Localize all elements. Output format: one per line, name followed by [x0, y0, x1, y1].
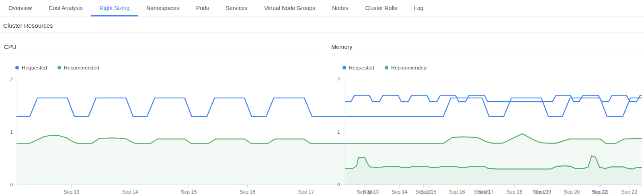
legend-dot-recommended	[385, 66, 388, 69]
legend-dot-requested	[15, 66, 19, 69]
tab-cluster-rolls[interactable]: Cluster Rolls	[357, 0, 405, 16]
x-tick-label: Sep 17	[478, 189, 494, 194]
y-tick-label: 0	[337, 182, 340, 188]
line-chart[interactable]: 012Sep 13Sep 14Sep 15Sep 16Sep 17Sep 18S…	[330, 74, 644, 194]
x-tick-label: Sep 17	[298, 189, 314, 194]
charts-row: CPU RequestedRecommended 012Sep 13Sep 14…	[0, 43, 644, 194]
tab-namespaces[interactable]: Namespaces	[138, 0, 188, 16]
tab-services[interactable]: Services	[217, 0, 256, 16]
legend-item-requested[interactable]: Requested	[343, 65, 374, 71]
chart-panel: Memory RequestedRecommended 012Sep 13Sep…	[330, 43, 644, 194]
tab-right-sizing[interactable]: Right Sizing	[91, 0, 138, 16]
chart-panel-header: Memory	[330, 43, 644, 53]
legend-label: Requested	[22, 65, 47, 71]
legend-label: Recommended	[64, 65, 99, 71]
legend-dot-requested	[343, 66, 346, 69]
tab-bar: OverviewCost AnalysisRight SizingNamespa…	[0, 0, 644, 16]
legend-item-recommended[interactable]: Recommended	[385, 65, 427, 71]
tab-log[interactable]: Log	[406, 0, 432, 16]
x-tick-label: Sep 21	[593, 189, 609, 194]
legend-label: Recommended	[391, 65, 427, 71]
x-tick-label: Sep 13	[64, 189, 80, 194]
x-tick-label: Sep 22	[621, 189, 637, 194]
y-tick-label: 2	[10, 77, 13, 82]
y-tick-label: 1	[10, 129, 13, 135]
x-tick-label: Sep 15	[420, 189, 436, 194]
tab-cost-analysis[interactable]: Cost Analysis	[40, 0, 91, 16]
x-tick-label: Sep 14	[392, 189, 408, 194]
series-line-requested	[346, 95, 642, 102]
x-tick-label: Sep 20	[564, 189, 580, 194]
x-tick-label: Sep 16	[240, 189, 256, 194]
tab-overview[interactable]: Overview	[0, 0, 40, 16]
x-tick-label: Sep 13	[363, 189, 379, 194]
x-tick-label: Sep 15	[181, 189, 197, 194]
y-tick-label: 1	[337, 129, 340, 135]
chart-legend: RequestedRecommended	[343, 64, 644, 71]
legend-item-requested[interactable]: Requested	[15, 65, 47, 71]
tab-virtual-node-groups[interactable]: Virtual Node Groups	[256, 0, 324, 16]
chart-title: CPU	[4, 44, 16, 50]
legend-item-recommended[interactable]: Recommended	[57, 65, 99, 71]
y-tick-label: 2	[337, 77, 340, 82]
chart-panel-header: CPU	[3, 43, 317, 53]
x-tick-label: Sep 16	[449, 189, 465, 194]
chart-legend: RequestedRecommended	[15, 64, 317, 71]
x-tick-label: Sep 18	[507, 189, 523, 194]
chart-panel: CPU RequestedRecommended 012Sep 13Sep 14…	[3, 43, 317, 194]
chart-title: Memory	[331, 44, 352, 50]
x-tick-label: Sep 14	[122, 189, 138, 194]
legend-dot-recommended	[57, 66, 61, 69]
x-tick-label: Sep 19	[535, 189, 551, 194]
tab-nodes[interactable]: Nodes	[324, 0, 357, 16]
legend-label: Requested	[349, 65, 374, 71]
section-header: Cluster Resources	[0, 16, 644, 33]
y-tick-label: 0	[10, 182, 13, 188]
section-title: Cluster Resources	[3, 22, 53, 29]
tab-pods[interactable]: Pods	[188, 0, 217, 16]
